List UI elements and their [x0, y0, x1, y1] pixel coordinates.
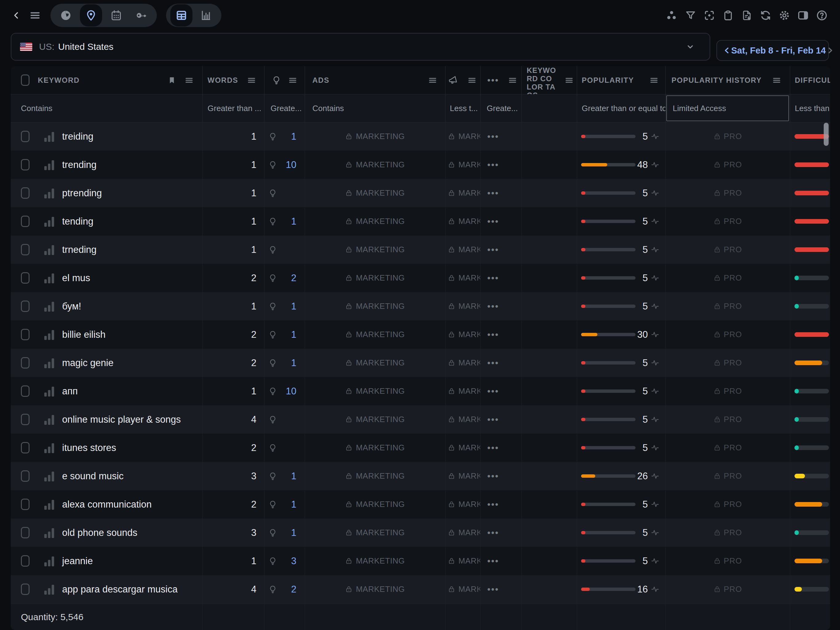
pulse-icon[interactable]: [651, 274, 659, 282]
color-tags-cell[interactable]: [522, 547, 577, 575]
color-tags-cell[interactable]: [522, 122, 577, 151]
share-button[interactable]: [666, 9, 677, 21]
difficulty-filter[interactable]: Less than or equal to: [790, 95, 830, 122]
table-row[interactable]: app para descargar musica 4 2 MARKETING …: [11, 575, 830, 603]
tab-chart-view[interactable]: [195, 4, 217, 27]
export-button[interactable]: [741, 9, 753, 21]
menu-button[interactable]: [30, 10, 41, 21]
suggestions-value[interactable]: 10: [277, 386, 305, 397]
color-tags-column-menu-icon[interactable]: [565, 76, 574, 85]
rank-chart-icon[interactable]: [44, 188, 54, 198]
date-next-button[interactable]: [826, 46, 834, 55]
row-checkbox[interactable]: [21, 555, 30, 567]
table-row[interactable]: alexa communication 2 1 MARKETING MARKET: [11, 490, 830, 519]
rank-chart-icon[interactable]: [44, 301, 54, 312]
color-tags-cell[interactable]: [522, 519, 577, 547]
date-range-picker[interactable]: Sat, Feb 8 - Fri, Feb 14: [717, 40, 829, 61]
suggestions-value[interactable]: 2: [277, 272, 305, 283]
rank-chart-icon[interactable]: [44, 160, 54, 170]
rank-chart-icon[interactable]: [44, 245, 54, 255]
suggestions-value[interactable]: 3: [277, 556, 305, 567]
pulse-icon[interactable]: [651, 245, 659, 254]
row-checkbox[interactable]: [21, 301, 30, 312]
color-tags-cell[interactable]: [522, 207, 577, 236]
pulse-icon[interactable]: [651, 557, 659, 565]
words-filter[interactable]: Greater than ...: [203, 95, 264, 122]
table-row[interactable]: e sound music 3 1 MARKETING MARKET: [11, 462, 830, 490]
more-filter[interactable]: Greate...: [481, 95, 522, 122]
table-row[interactable]: magic genie 2 1 MARKETING MARKET: [11, 349, 830, 377]
popularity-column-menu-icon[interactable]: [649, 76, 658, 85]
row-checkbox[interactable]: [21, 272, 30, 283]
table-row[interactable]: trneding 1 MARKETING MARKET: [11, 236, 830, 264]
filter-button[interactable]: [685, 9, 696, 21]
rank-chart-icon[interactable]: [44, 216, 54, 227]
pulse-icon[interactable]: [651, 500, 659, 508]
rank-chart-icon[interactable]: [44, 329, 54, 340]
tab-calendar[interactable]: [105, 4, 127, 27]
words-column-menu-icon[interactable]: [247, 76, 256, 85]
row-checkbox[interactable]: [21, 499, 30, 510]
suggestions-value[interactable]: 1: [277, 329, 305, 340]
suggestions-value[interactable]: 1: [277, 301, 305, 312]
date-prev-button[interactable]: [723, 46, 731, 55]
pulse-icon[interactable]: [651, 330, 659, 339]
table-row[interactable]: online music player & songs 4 MARKETING …: [11, 405, 830, 434]
more-actions-button[interactable]: •••: [487, 556, 499, 566]
more-actions-button[interactable]: •••: [487, 415, 499, 424]
tab-location[interactable]: [80, 4, 102, 27]
tab-globe[interactable]: [55, 4, 77, 27]
rank-chart-icon[interactable]: [44, 556, 54, 566]
pulse-icon[interactable]: [651, 585, 659, 594]
suggestions-value[interactable]: 1: [277, 216, 305, 227]
suggestions-value[interactable]: 1: [277, 527, 305, 538]
more-actions-button[interactable]: •••: [487, 528, 499, 538]
rank-chart-icon[interactable]: [44, 414, 54, 425]
table-row[interactable]: бум! 1 1 MARKETING MARKET: [11, 292, 830, 321]
row-checkbox[interactable]: [21, 357, 30, 369]
row-checkbox[interactable]: [21, 216, 30, 227]
row-checkbox[interactable]: [21, 187, 30, 199]
row-checkbox[interactable]: [21, 584, 30, 595]
row-checkbox[interactable]: [21, 385, 30, 397]
ads-column-menu-icon[interactable]: [428, 76, 437, 85]
row-checkbox[interactable]: [21, 131, 30, 142]
more-actions-button[interactable]: •••: [487, 188, 499, 198]
rank-chart-icon[interactable]: [44, 471, 54, 481]
color-tags-cell[interactable]: [522, 292, 577, 321]
megaphone-column-menu-icon[interactable]: [467, 76, 477, 85]
color-tags-cell[interactable]: [522, 377, 577, 405]
pulse-icon[interactable]: [651, 161, 659, 169]
suggestions-value[interactable]: 10: [277, 159, 305, 171]
more-actions-button[interactable]: •••: [487, 500, 499, 510]
pulse-icon[interactable]: [651, 415, 659, 424]
rank-chart-icon[interactable]: [44, 386, 54, 397]
clipboard-button[interactable]: [722, 9, 734, 21]
more-actions-button[interactable]: •••: [487, 358, 499, 368]
refresh-button[interactable]: [760, 9, 771, 21]
rank-chart-icon[interactable]: [44, 499, 54, 510]
table-row[interactable]: billie eilish 2 1 MARKETING MARKET: [11, 321, 830, 349]
popularity-filter[interactable]: Greater than or equal to: [577, 95, 666, 122]
bookmark-icon[interactable]: [168, 76, 176, 84]
table-row[interactable]: old phone sounds 3 1 MARKETING MARKET: [11, 519, 830, 547]
country-selector[interactable]: US: United States: [11, 33, 710, 60]
table-row[interactable]: ptrending 1 MARKETING MARKET: [11, 179, 830, 207]
popularity-history-column-menu-icon[interactable]: [772, 76, 781, 85]
suggestions-value[interactable]: 1: [277, 499, 305, 510]
row-checkbox[interactable]: [21, 470, 30, 482]
more-actions-button[interactable]: •••: [487, 330, 499, 340]
color-tags-cell[interactable]: [522, 179, 577, 207]
select-all-checkbox[interactable]: [21, 74, 30, 86]
keyword-filter[interactable]: Contains: [11, 95, 203, 122]
pulse-icon[interactable]: [651, 217, 659, 225]
pulse-icon[interactable]: [651, 189, 659, 197]
ads-filter[interactable]: Contains: [305, 95, 445, 122]
popularity-history-filter[interactable]: Limited Access: [666, 95, 790, 122]
row-checkbox[interactable]: [21, 414, 30, 425]
help-button[interactable]: [816, 9, 828, 21]
row-checkbox[interactable]: [21, 159, 30, 171]
table-row[interactable]: el mus 2 2 MARKETING MARKET: [11, 264, 830, 292]
rank-chart-icon[interactable]: [44, 584, 54, 595]
more-actions-button[interactable]: •••: [487, 160, 499, 170]
